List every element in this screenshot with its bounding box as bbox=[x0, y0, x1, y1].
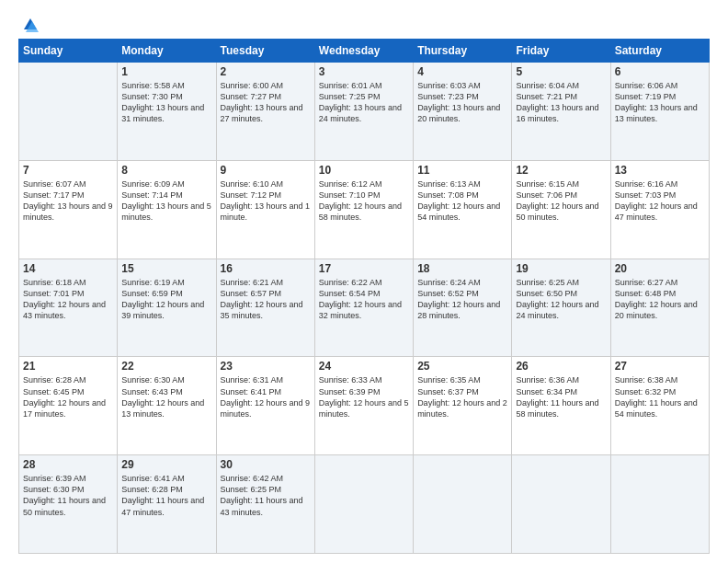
cell-details: Sunrise: 6:25 AMSunset: 6:50 PMDaylight:… bbox=[516, 277, 606, 322]
weekday-thursday: Thursday bbox=[414, 40, 512, 63]
cell-details: Sunrise: 6:13 AMSunset: 7:08 PMDaylight:… bbox=[417, 178, 507, 224]
day-number: 26 bbox=[516, 360, 606, 373]
day-cell-25: 25Sunrise: 6:35 AMSunset: 6:37 PMDayligh… bbox=[414, 357, 512, 455]
cell-details: Sunrise: 6:21 AMSunset: 6:57 PMDaylight:… bbox=[221, 277, 311, 322]
day-cell-8: 8Sunrise: 6:09 AMSunset: 7:14 PMDaylight… bbox=[118, 160, 216, 259]
day-cell-17: 17Sunrise: 6:22 AMSunset: 6:54 PMDayligh… bbox=[314, 259, 413, 357]
day-number: 15 bbox=[121, 262, 211, 275]
day-number: 6 bbox=[615, 65, 705, 78]
day-cell-30: 30Sunrise: 6:42 AMSunset: 6:25 PMDayligh… bbox=[216, 455, 314, 554]
weekday-sunday: Sunday bbox=[19, 40, 118, 63]
day-cell-5: 5Sunrise: 6:04 AMSunset: 7:21 PMDaylight… bbox=[512, 63, 610, 161]
cell-details: Sunrise: 6:27 AMSunset: 6:48 PMDaylight:… bbox=[615, 277, 705, 322]
cell-details: Sunrise: 6:10 AMSunset: 7:12 PMDaylight:… bbox=[221, 178, 311, 224]
cell-details: Sunrise: 6:07 AMSunset: 7:17 PMDaylight:… bbox=[23, 178, 113, 224]
cell-details: Sunrise: 6:41 AMSunset: 6:28 PMDaylight:… bbox=[121, 473, 211, 518]
day-number: 9 bbox=[221, 164, 311, 177]
day-cell-20: 20Sunrise: 6:27 AMSunset: 6:48 PMDayligh… bbox=[610, 259, 709, 357]
cell-details: Sunrise: 6:16 AMSunset: 7:03 PMDaylight:… bbox=[615, 178, 705, 224]
weekday-monday: Monday bbox=[118, 40, 216, 63]
cell-details: Sunrise: 6:06 AMSunset: 7:19 PMDaylight:… bbox=[615, 80, 705, 125]
day-cell-23: 23Sunrise: 6:31 AMSunset: 6:41 PMDayligh… bbox=[216, 357, 314, 455]
week-row-4: 21Sunrise: 6:28 AMSunset: 6:45 PMDayligh… bbox=[19, 357, 710, 455]
cell-details: Sunrise: 6:28 AMSunset: 6:45 PMDaylight:… bbox=[23, 374, 113, 419]
day-cell-16: 16Sunrise: 6:21 AMSunset: 6:57 PMDayligh… bbox=[216, 259, 314, 357]
day-number: 23 bbox=[221, 360, 311, 373]
cell-details: Sunrise: 6:01 AMSunset: 7:25 PMDaylight:… bbox=[319, 80, 409, 125]
cell-details: Sunrise: 6:19 AMSunset: 6:59 PMDaylight:… bbox=[121, 277, 211, 322]
day-cell-4: 4Sunrise: 6:03 AMSunset: 7:23 PMDaylight… bbox=[414, 63, 512, 161]
day-cell-7: 7Sunrise: 6:07 AMSunset: 7:17 PMDaylight… bbox=[19, 160, 118, 259]
day-cell-22: 22Sunrise: 6:30 AMSunset: 6:43 PMDayligh… bbox=[118, 357, 216, 455]
day-number: 24 bbox=[319, 360, 409, 373]
cell-details: Sunrise: 5:58 AMSunset: 7:30 PMDaylight:… bbox=[121, 80, 211, 125]
cell-details: Sunrise: 6:12 AMSunset: 7:10 PMDaylight:… bbox=[319, 178, 409, 224]
day-cell-28: 28Sunrise: 6:39 AMSunset: 6:30 PMDayligh… bbox=[19, 455, 118, 554]
cell-details: Sunrise: 6:09 AMSunset: 7:14 PMDaylight:… bbox=[121, 178, 211, 224]
day-cell-2: 2Sunrise: 6:00 AMSunset: 7:27 PMDaylight… bbox=[216, 63, 314, 161]
empty-cell bbox=[19, 63, 118, 161]
week-row-5: 28Sunrise: 6:39 AMSunset: 6:30 PMDayligh… bbox=[19, 455, 710, 554]
day-number: 2 bbox=[221, 65, 311, 78]
weekday-saturday: Saturday bbox=[610, 40, 709, 63]
cell-details: Sunrise: 6:22 AMSunset: 6:54 PMDaylight:… bbox=[319, 277, 409, 322]
day-number: 28 bbox=[23, 458, 113, 471]
cell-details: Sunrise: 6:00 AMSunset: 7:27 PMDaylight:… bbox=[221, 80, 311, 125]
cell-details: Sunrise: 6:38 AMSunset: 6:32 PMDaylight:… bbox=[615, 374, 705, 419]
day-number: 17 bbox=[319, 262, 409, 275]
day-number: 5 bbox=[516, 65, 606, 78]
empty-cell bbox=[512, 455, 610, 554]
cell-details: Sunrise: 6:18 AMSunset: 7:01 PMDaylight:… bbox=[23, 277, 113, 322]
header bbox=[18, 17, 710, 33]
day-number: 20 bbox=[615, 262, 705, 275]
day-cell-6: 6Sunrise: 6:06 AMSunset: 7:19 PMDaylight… bbox=[610, 63, 709, 161]
cell-details: Sunrise: 6:42 AMSunset: 6:25 PMDaylight:… bbox=[221, 473, 311, 518]
logo bbox=[18, 17, 39, 33]
cell-details: Sunrise: 6:31 AMSunset: 6:41 PMDaylight:… bbox=[221, 374, 311, 419]
day-cell-14: 14Sunrise: 6:18 AMSunset: 7:01 PMDayligh… bbox=[19, 259, 118, 357]
day-number: 18 bbox=[417, 262, 507, 275]
day-cell-27: 27Sunrise: 6:38 AMSunset: 6:32 PMDayligh… bbox=[610, 357, 709, 455]
day-number: 29 bbox=[121, 458, 211, 471]
week-row-1: 1Sunrise: 5:58 AMSunset: 7:30 PMDaylight… bbox=[19, 63, 710, 161]
day-number: 22 bbox=[121, 360, 211, 373]
page: SundayMondayTuesdayWednesdayThursdayFrid… bbox=[0, 0, 728, 563]
day-number: 10 bbox=[319, 164, 409, 177]
day-cell-19: 19Sunrise: 6:25 AMSunset: 6:50 PMDayligh… bbox=[512, 259, 610, 357]
day-number: 14 bbox=[23, 262, 113, 275]
empty-cell bbox=[314, 455, 413, 554]
day-number: 8 bbox=[121, 164, 211, 177]
day-number: 1 bbox=[121, 65, 211, 78]
day-number: 7 bbox=[23, 164, 113, 177]
day-cell-29: 29Sunrise: 6:41 AMSunset: 6:28 PMDayligh… bbox=[118, 455, 216, 554]
cell-details: Sunrise: 6:36 AMSunset: 6:34 PMDaylight:… bbox=[516, 374, 606, 419]
cell-details: Sunrise: 6:15 AMSunset: 7:06 PMDaylight:… bbox=[516, 178, 606, 224]
day-number: 25 bbox=[417, 360, 507, 373]
day-number: 30 bbox=[221, 458, 311, 471]
cell-details: Sunrise: 6:39 AMSunset: 6:30 PMDaylight:… bbox=[23, 473, 113, 518]
empty-cell bbox=[610, 455, 709, 554]
day-number: 21 bbox=[23, 360, 113, 373]
day-cell-18: 18Sunrise: 6:24 AMSunset: 6:52 PMDayligh… bbox=[414, 259, 512, 357]
cell-details: Sunrise: 6:30 AMSunset: 6:43 PMDaylight:… bbox=[121, 374, 211, 419]
day-number: 11 bbox=[417, 164, 507, 177]
day-cell-13: 13Sunrise: 6:16 AMSunset: 7:03 PMDayligh… bbox=[610, 160, 709, 259]
day-cell-24: 24Sunrise: 6:33 AMSunset: 6:39 PMDayligh… bbox=[314, 357, 413, 455]
cell-details: Sunrise: 6:03 AMSunset: 7:23 PMDaylight:… bbox=[417, 80, 507, 125]
day-number: 4 bbox=[417, 65, 507, 78]
day-number: 13 bbox=[615, 164, 705, 177]
day-cell-15: 15Sunrise: 6:19 AMSunset: 6:59 PMDayligh… bbox=[118, 259, 216, 357]
cell-details: Sunrise: 6:35 AMSunset: 6:37 PMDaylight:… bbox=[417, 374, 507, 419]
calendar: SundayMondayTuesdayWednesdayThursdayFrid… bbox=[18, 39, 710, 554]
day-cell-11: 11Sunrise: 6:13 AMSunset: 7:08 PMDayligh… bbox=[414, 160, 512, 259]
empty-cell bbox=[414, 455, 512, 554]
day-cell-21: 21Sunrise: 6:28 AMSunset: 6:45 PMDayligh… bbox=[19, 357, 118, 455]
weekday-tuesday: Tuesday bbox=[216, 40, 314, 63]
weekday-wednesday: Wednesday bbox=[314, 40, 413, 63]
day-cell-3: 3Sunrise: 6:01 AMSunset: 7:25 PMDaylight… bbox=[314, 63, 413, 161]
day-cell-12: 12Sunrise: 6:15 AMSunset: 7:06 PMDayligh… bbox=[512, 160, 610, 259]
day-number: 19 bbox=[516, 262, 606, 275]
logo-icon bbox=[22, 17, 39, 33]
day-number: 3 bbox=[319, 65, 409, 78]
day-number: 16 bbox=[221, 262, 311, 275]
